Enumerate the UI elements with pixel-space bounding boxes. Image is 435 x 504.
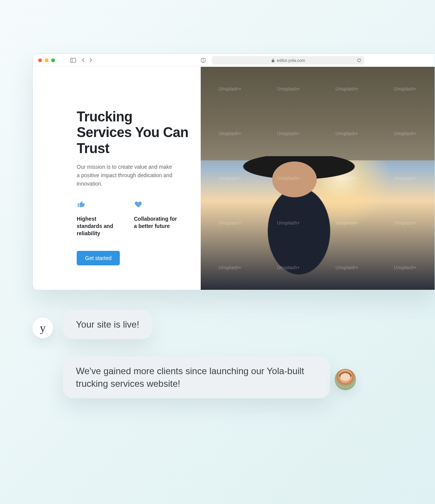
truck-driver-photo: [201, 67, 435, 290]
url-text: editor.yola.com: [277, 58, 305, 63]
thumbs-up-icon: [77, 200, 122, 210]
browser-toolbar: editor.yola.com: [33, 54, 435, 67]
back-button[interactable]: [81, 58, 85, 62]
chat-message-text: We've gained more clients since launchin…: [76, 366, 304, 388]
sidebar-toggle-icon[interactable]: [70, 58, 76, 63]
close-window-button[interactable]: [38, 58, 42, 62]
hero-subtitle: Our mission is to create value and make …: [77, 163, 176, 188]
minimize-window-button[interactable]: [45, 58, 48, 62]
brand-avatar: y: [32, 318, 53, 338]
chat-message-user: We've gained more clients since launchin…: [63, 357, 330, 398]
chat-message-yola: Your site is live!: [63, 310, 152, 339]
chat-thread: y Your site is live! We've gained more c…: [32, 310, 357, 398]
hero-left-column: Trucking Services You Can Trust Our miss…: [33, 67, 201, 290]
heart-icon: [134, 200, 180, 210]
privacy-shield-icon[interactable]: [201, 58, 206, 63]
window-controls: [38, 58, 55, 62]
browser-window: editor.yola.com Trucking Services You Ca…: [32, 53, 435, 290]
reload-button[interactable]: [357, 58, 361, 63]
site-preview: Trucking Services You Can Trust Our miss…: [33, 67, 435, 290]
maximize-window-button[interactable]: [51, 58, 55, 62]
brand-avatar-initial: y: [40, 321, 46, 334]
chat-message-text: Your site is live!: [76, 319, 139, 330]
get-started-button[interactable]: Get started: [77, 251, 120, 265]
hero-image: Unsplash+ Unsplash+ Unsplash+ Unsplash+ …: [201, 67, 435, 290]
feature-standards: Highest standards and reliability: [77, 200, 122, 237]
hero-title: Trucking Services You Can Trust: [77, 109, 189, 156]
feature-collaboration: Collaborating for a better future: [134, 200, 180, 237]
feature-title: Collaborating for a better future: [134, 215, 180, 230]
feature-row: Highest standards and reliability Collab…: [77, 200, 189, 237]
lock-icon: [271, 58, 275, 62]
feature-title: Highest standards and reliability: [77, 215, 122, 237]
forward-button[interactable]: [89, 58, 93, 62]
svg-rect-0: [71, 58, 76, 62]
address-bar[interactable]: editor.yola.com: [212, 56, 364, 65]
user-avatar: [335, 369, 356, 390]
